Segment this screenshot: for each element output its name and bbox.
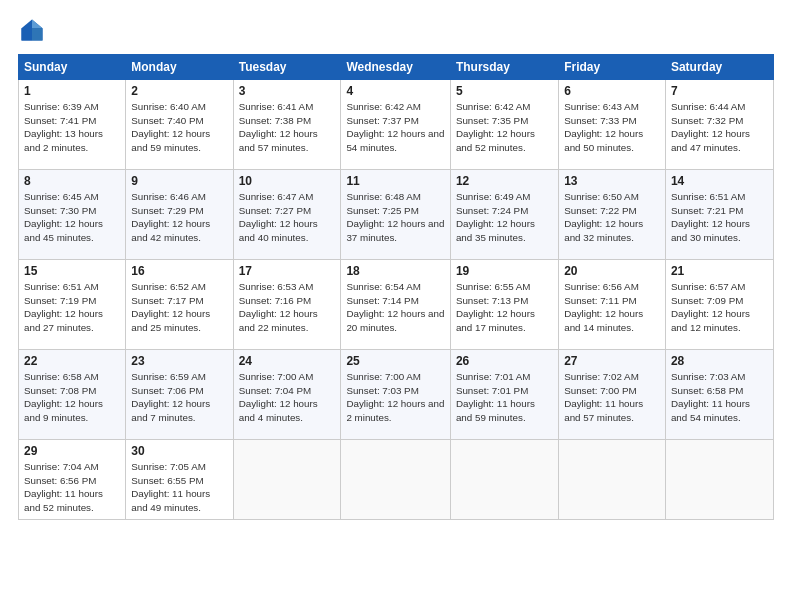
day-number: 18 xyxy=(346,264,445,278)
svg-marker-2 xyxy=(32,28,43,40)
day-number: 7 xyxy=(671,84,768,98)
calendar-cell xyxy=(233,440,341,520)
calendar-cell: 30Sunrise: 7:05 AMSunset: 6:55 PMDayligh… xyxy=(126,440,233,520)
day-number: 20 xyxy=(564,264,660,278)
calendar-cell: 20Sunrise: 6:56 AMSunset: 7:11 PMDayligh… xyxy=(559,260,666,350)
day-info: Sunrise: 6:49 AMSunset: 7:24 PMDaylight:… xyxy=(456,190,553,245)
calendar-cell: 22Sunrise: 6:58 AMSunset: 7:08 PMDayligh… xyxy=(19,350,126,440)
day-number: 21 xyxy=(671,264,768,278)
weekday-header-tuesday: Tuesday xyxy=(233,55,341,80)
day-info: Sunrise: 6:51 AMSunset: 7:21 PMDaylight:… xyxy=(671,190,768,245)
calendar-cell: 24Sunrise: 7:00 AMSunset: 7:04 PMDayligh… xyxy=(233,350,341,440)
day-info: Sunrise: 6:45 AMSunset: 7:30 PMDaylight:… xyxy=(24,190,120,245)
calendar-cell: 12Sunrise: 6:49 AMSunset: 7:24 PMDayligh… xyxy=(450,170,558,260)
calendar-week-4: 22Sunrise: 6:58 AMSunset: 7:08 PMDayligh… xyxy=(19,350,774,440)
calendar-cell: 1Sunrise: 6:39 AMSunset: 7:41 PMDaylight… xyxy=(19,80,126,170)
day-number: 15 xyxy=(24,264,120,278)
calendar-cell: 23Sunrise: 6:59 AMSunset: 7:06 PMDayligh… xyxy=(126,350,233,440)
day-info: Sunrise: 7:00 AMSunset: 7:04 PMDaylight:… xyxy=(239,370,336,425)
calendar-cell: 28Sunrise: 7:03 AMSunset: 6:58 PMDayligh… xyxy=(665,350,773,440)
day-number: 10 xyxy=(239,174,336,188)
calendar-cell xyxy=(559,440,666,520)
weekday-header-friday: Friday xyxy=(559,55,666,80)
day-number: 22 xyxy=(24,354,120,368)
day-info: Sunrise: 6:53 AMSunset: 7:16 PMDaylight:… xyxy=(239,280,336,335)
calendar-cell: 4Sunrise: 6:42 AMSunset: 7:37 PMDaylight… xyxy=(341,80,451,170)
calendar-cell: 5Sunrise: 6:42 AMSunset: 7:35 PMDaylight… xyxy=(450,80,558,170)
svg-marker-1 xyxy=(32,20,43,29)
day-number: 25 xyxy=(346,354,445,368)
day-info: Sunrise: 6:59 AMSunset: 7:06 PMDaylight:… xyxy=(131,370,227,425)
day-number: 19 xyxy=(456,264,553,278)
day-info: Sunrise: 6:42 AMSunset: 7:35 PMDaylight:… xyxy=(456,100,553,155)
weekday-header-sunday: Sunday xyxy=(19,55,126,80)
calendar-cell: 7Sunrise: 6:44 AMSunset: 7:32 PMDaylight… xyxy=(665,80,773,170)
day-number: 24 xyxy=(239,354,336,368)
day-number: 12 xyxy=(456,174,553,188)
day-number: 1 xyxy=(24,84,120,98)
calendar-cell: 27Sunrise: 7:02 AMSunset: 7:00 PMDayligh… xyxy=(559,350,666,440)
day-number: 5 xyxy=(456,84,553,98)
logo xyxy=(18,16,50,44)
day-info: Sunrise: 6:51 AMSunset: 7:19 PMDaylight:… xyxy=(24,280,120,335)
day-info: Sunrise: 6:57 AMSunset: 7:09 PMDaylight:… xyxy=(671,280,768,335)
day-number: 9 xyxy=(131,174,227,188)
calendar-cell: 17Sunrise: 6:53 AMSunset: 7:16 PMDayligh… xyxy=(233,260,341,350)
day-info: Sunrise: 7:05 AMSunset: 6:55 PMDaylight:… xyxy=(131,460,227,515)
svg-marker-3 xyxy=(22,28,33,40)
day-info: Sunrise: 6:48 AMSunset: 7:25 PMDaylight:… xyxy=(346,190,445,245)
calendar-cell: 11Sunrise: 6:48 AMSunset: 7:25 PMDayligh… xyxy=(341,170,451,260)
calendar-cell: 26Sunrise: 7:01 AMSunset: 7:01 PMDayligh… xyxy=(450,350,558,440)
day-info: Sunrise: 7:03 AMSunset: 6:58 PMDaylight:… xyxy=(671,370,768,425)
calendar-cell: 21Sunrise: 6:57 AMSunset: 7:09 PMDayligh… xyxy=(665,260,773,350)
calendar-week-5: 29Sunrise: 7:04 AMSunset: 6:56 PMDayligh… xyxy=(19,440,774,520)
day-info: Sunrise: 7:01 AMSunset: 7:01 PMDaylight:… xyxy=(456,370,553,425)
day-info: Sunrise: 6:58 AMSunset: 7:08 PMDaylight:… xyxy=(24,370,120,425)
day-number: 6 xyxy=(564,84,660,98)
day-info: Sunrise: 7:00 AMSunset: 7:03 PMDaylight:… xyxy=(346,370,445,425)
day-number: 17 xyxy=(239,264,336,278)
calendar-cell xyxy=(341,440,451,520)
weekday-header-monday: Monday xyxy=(126,55,233,80)
calendar-cell: 6Sunrise: 6:43 AMSunset: 7:33 PMDaylight… xyxy=(559,80,666,170)
day-number: 8 xyxy=(24,174,120,188)
calendar-table: SundayMondayTuesdayWednesdayThursdayFrid… xyxy=(18,54,774,520)
weekday-header-thursday: Thursday xyxy=(450,55,558,80)
calendar-cell: 29Sunrise: 7:04 AMSunset: 6:56 PMDayligh… xyxy=(19,440,126,520)
calendar-cell: 25Sunrise: 7:00 AMSunset: 7:03 PMDayligh… xyxy=(341,350,451,440)
calendar-cell: 15Sunrise: 6:51 AMSunset: 7:19 PMDayligh… xyxy=(19,260,126,350)
day-number: 4 xyxy=(346,84,445,98)
header xyxy=(18,16,774,44)
day-info: Sunrise: 6:55 AMSunset: 7:13 PMDaylight:… xyxy=(456,280,553,335)
calendar-cell: 18Sunrise: 6:54 AMSunset: 7:14 PMDayligh… xyxy=(341,260,451,350)
day-info: Sunrise: 6:47 AMSunset: 7:27 PMDaylight:… xyxy=(239,190,336,245)
day-info: Sunrise: 7:04 AMSunset: 6:56 PMDaylight:… xyxy=(24,460,120,515)
calendar-cell: 19Sunrise: 6:55 AMSunset: 7:13 PMDayligh… xyxy=(450,260,558,350)
day-number: 30 xyxy=(131,444,227,458)
calendar-cell xyxy=(665,440,773,520)
calendar-cell: 9Sunrise: 6:46 AMSunset: 7:29 PMDaylight… xyxy=(126,170,233,260)
calendar-cell: 14Sunrise: 6:51 AMSunset: 7:21 PMDayligh… xyxy=(665,170,773,260)
calendar-week-2: 8Sunrise: 6:45 AMSunset: 7:30 PMDaylight… xyxy=(19,170,774,260)
calendar-week-1: 1Sunrise: 6:39 AMSunset: 7:41 PMDaylight… xyxy=(19,80,774,170)
day-number: 16 xyxy=(131,264,227,278)
day-number: 26 xyxy=(456,354,553,368)
calendar-cell: 2Sunrise: 6:40 AMSunset: 7:40 PMDaylight… xyxy=(126,80,233,170)
day-number: 11 xyxy=(346,174,445,188)
calendar-week-3: 15Sunrise: 6:51 AMSunset: 7:19 PMDayligh… xyxy=(19,260,774,350)
day-info: Sunrise: 6:52 AMSunset: 7:17 PMDaylight:… xyxy=(131,280,227,335)
day-number: 3 xyxy=(239,84,336,98)
weekday-header-row: SundayMondayTuesdayWednesdayThursdayFrid… xyxy=(19,55,774,80)
weekday-header-wednesday: Wednesday xyxy=(341,55,451,80)
day-info: Sunrise: 6:50 AMSunset: 7:22 PMDaylight:… xyxy=(564,190,660,245)
day-number: 27 xyxy=(564,354,660,368)
day-number: 13 xyxy=(564,174,660,188)
day-info: Sunrise: 6:56 AMSunset: 7:11 PMDaylight:… xyxy=(564,280,660,335)
day-info: Sunrise: 6:39 AMSunset: 7:41 PMDaylight:… xyxy=(24,100,120,155)
day-number: 14 xyxy=(671,174,768,188)
calendar-cell: 13Sunrise: 6:50 AMSunset: 7:22 PMDayligh… xyxy=(559,170,666,260)
day-number: 29 xyxy=(24,444,120,458)
day-number: 2 xyxy=(131,84,227,98)
day-number: 28 xyxy=(671,354,768,368)
calendar-cell: 3Sunrise: 6:41 AMSunset: 7:38 PMDaylight… xyxy=(233,80,341,170)
